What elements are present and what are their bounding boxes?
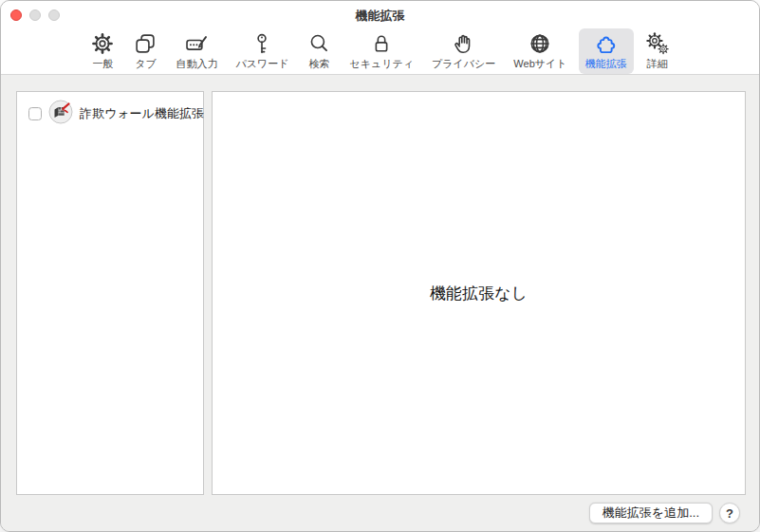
tab-advanced[interactable]: 詳細 — [639, 28, 677, 74]
gear-icon — [90, 31, 115, 56]
help-button[interactable]: ? — [719, 503, 740, 523]
extension-enable-checkbox[interactable] — [28, 107, 42, 120]
tab-autofill[interactable]: 自動入力 — [169, 28, 224, 74]
puzzle-icon — [594, 31, 619, 56]
extension-name: 詐欺ウォール機能拡張 — [80, 105, 204, 122]
tab-search[interactable]: 検索 — [300, 28, 338, 74]
no-extensions-message: 機能拡張なし — [430, 283, 528, 304]
tab-label: 機能拡張 — [585, 57, 627, 71]
tab-label: 検索 — [308, 57, 329, 71]
tab-label: 一般 — [92, 57, 113, 71]
window-title: 機能拡張 — [1, 8, 759, 25]
extensions-sidebar: 詐欺ウォール機能拡張 — [16, 91, 204, 495]
tab-passwords[interactable]: パスワード — [229, 28, 295, 74]
lock-icon — [369, 31, 394, 56]
search-icon — [306, 31, 331, 56]
tab-extensions[interactable]: 機能拡張 — [579, 28, 634, 74]
autofill-icon — [184, 31, 209, 56]
tab-privacy[interactable]: プライバシー — [425, 28, 502, 74]
add-extension-button[interactable]: 機能拡張を追加... — [589, 503, 713, 523]
tab-websites[interactable]: Webサイト — [507, 28, 573, 74]
tab-tabs[interactable]: タブ — [126, 28, 164, 74]
extensions-content: 詐欺ウォール機能拡張 機能拡張なし 機能拡張を追加... ? — [1, 75, 759, 532]
globe-icon — [528, 31, 552, 56]
key-icon — [250, 31, 274, 56]
tab-label: プライバシー — [432, 57, 495, 71]
tab-label: Webサイト — [513, 57, 566, 71]
window-header: 機能拡張 一般 タブ — [1, 1, 759, 75]
titlebar[interactable]: 機能拡張 — [1, 1, 759, 28]
tabs-icon — [133, 31, 158, 56]
extension-detail-panel: 機能拡張なし — [212, 91, 746, 495]
hand-icon — [452, 31, 476, 56]
extension-list-item[interactable]: 詐欺ウォール機能拡張 — [17, 92, 203, 136]
tab-label: 詳細 — [647, 57, 668, 71]
sagiwall-icon — [48, 100, 73, 128]
tab-label: 自動入力 — [176, 57, 217, 71]
tab-label: セキュリティ — [349, 57, 414, 71]
gears-icon — [645, 31, 670, 56]
tab-general[interactable]: 一般 — [83, 28, 121, 74]
tab-security[interactable]: セキュリティ — [343, 28, 420, 74]
tab-label: タブ — [135, 57, 157, 71]
safari-preferences-window: 機能拡張 一般 タブ — [0, 0, 760, 532]
preferences-toolbar: 一般 タブ — [1, 28, 759, 75]
tab-label: パスワード — [235, 57, 288, 71]
